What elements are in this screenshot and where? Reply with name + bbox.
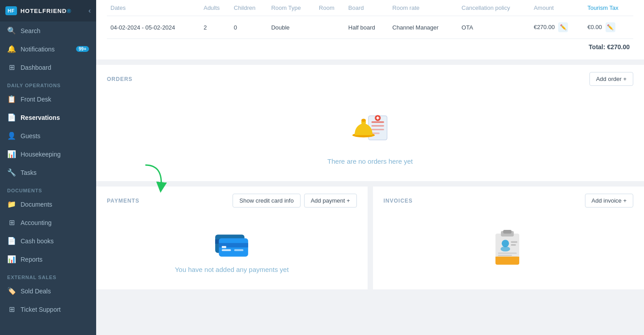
payments-panel: PAYMENTS Show credit card info Add payme…: [96, 187, 368, 289]
sidebar-item-guests[interactable]: 👤 Guests: [0, 127, 96, 145]
sidebar-item-label: Notifications: [21, 46, 55, 53]
invoices-empty-state: [384, 215, 634, 277]
cell-room-rate: Channel Manager: [389, 16, 458, 39]
sidebar-item-label: Ticket Support: [21, 306, 61, 313]
add-invoice-button[interactable]: Add invoice +: [585, 194, 633, 208]
svg-rect-11: [377, 117, 378, 120]
housekeeping-icon: 📊: [7, 150, 16, 158]
logo-area: HF HOTELFRIEND® ‹: [0, 0, 96, 21]
cell-cancellation-policy: OTA: [458, 16, 530, 39]
col-tourism-tax: Tourism Tax: [584, 0, 633, 16]
front-desk-icon: 📋: [7, 95, 16, 103]
total-value: €270.00: [607, 43, 630, 51]
cell-amount: €270.00 ✏️: [530, 16, 584, 39]
sidebar: HF HOTELFRIEND® ‹ 🔍 Search 🔔 Notificatio…: [0, 0, 96, 335]
sidebar-item-dashboard[interactable]: ⊞ Dashboard: [0, 58, 96, 76]
svg-rect-18: [234, 249, 243, 251]
payments-illustration: [212, 228, 252, 259]
sidebar-item-reservations[interactable]: 📄 Reservations: [0, 108, 96, 127]
col-adults: Adults: [200, 0, 230, 16]
cell-children: 0: [230, 16, 268, 39]
payments-buttons: Show credit card info Add payment +: [233, 194, 356, 208]
sidebar-item-label: Search: [21, 27, 40, 34]
sidebar-item-label: Dashboard: [21, 64, 51, 71]
payments-header: PAYMENTS Show credit card info Add payme…: [107, 194, 357, 208]
col-room-type: Room Type: [267, 0, 315, 16]
bottom-panels: PAYMENTS Show credit card info Add payme…: [96, 187, 644, 289]
invoices-buttons: Add invoice +: [585, 194, 633, 208]
total-row: Total: €270.00: [107, 39, 633, 52]
accounting-icon: ⊞: [7, 218, 16, 227]
bell-icon: 🔔: [7, 45, 16, 53]
sidebar-nav: 🔍 Search 🔔 Notifications 99+ ⊞ Dashboard…: [0, 21, 96, 335]
sidebar-item-sold-deals[interactable]: 🏷️ Sold Deals: [0, 282, 96, 300]
back-button[interactable]: ‹: [89, 7, 91, 15]
svg-rect-30: [498, 255, 512, 256]
col-room: Room: [315, 0, 345, 16]
invoices-illustration: [489, 228, 527, 268]
sidebar-item-accounting[interactable]: ⊞ Accounting: [0, 213, 96, 232]
svg-rect-22: [496, 257, 519, 259]
sidebar-item-label: Tasks: [21, 169, 37, 176]
col-amount: Amount: [530, 0, 584, 16]
reports-icon: 📊: [7, 255, 16, 263]
svg-rect-27: [511, 241, 517, 242]
col-dates: Dates: [107, 0, 200, 16]
svg-point-26: [501, 246, 510, 251]
svg-rect-17: [222, 249, 231, 251]
payments-empty-text: You have not added any payments yet: [175, 266, 289, 273]
orders-empty-state: There are no orders here yet: [107, 93, 633, 174]
invoices-panel: INVOICES Add invoice +: [373, 187, 644, 289]
cell-board: Half board: [345, 16, 389, 39]
sidebar-item-ticket-support[interactable]: ⊞ Ticket Support: [0, 300, 96, 318]
add-order-button[interactable]: Add order +: [589, 72, 633, 86]
col-cancellation-policy: Cancellation policy: [458, 0, 530, 16]
sidebar-item-documents[interactable]: 📁 Documents: [0, 195, 96, 213]
orders-illustration: [348, 106, 393, 151]
svg-rect-4: [371, 129, 384, 130]
orders-section: ORDERS Add order +: [96, 65, 644, 181]
section-documents: DOCUMENTS: [0, 182, 96, 195]
sidebar-item-label: Guests: [21, 132, 40, 140]
edit-amount-icon[interactable]: ✏️: [558, 22, 568, 32]
dashboard-icon: ⊞: [7, 63, 16, 72]
sidebar-item-notifications[interactable]: 🔔 Notifications 99+: [0, 40, 96, 58]
sidebar-item-cash-books[interactable]: 📄 Cash books: [0, 232, 96, 250]
svg-rect-5: [371, 132, 379, 134]
payments-empty-state: You have not added any payments yet: [107, 215, 357, 282]
sidebar-item-search[interactable]: 🔍 Search: [0, 21, 96, 40]
reservations-icon: 📄: [7, 113, 16, 122]
cell-adults: 2: [200, 16, 230, 39]
sidebar-item-housekeeping[interactable]: 📊 Housekeeping: [0, 145, 96, 163]
cell-tourism-tax: €0.00 ✏️: [584, 16, 633, 39]
sidebar-item-front-desk[interactable]: 📋 Front Desk: [0, 90, 96, 108]
sidebar-item-reports[interactable]: 📊 Reports: [0, 250, 96, 268]
ticket-support-icon: ⊞: [7, 305, 16, 314]
payments-title: PAYMENTS: [107, 198, 140, 204]
sidebar-item-tasks[interactable]: 🔧 Tasks: [0, 163, 96, 182]
orders-title: ORDERS: [107, 76, 132, 82]
edit-tax-icon[interactable]: ✏️: [606, 22, 615, 32]
add-payment-button[interactable]: Add payment +: [304, 194, 357, 208]
cell-dates: 04-02-2024 - 05-02-2024: [107, 16, 200, 39]
sold-deals-icon: 🏷️: [7, 287, 16, 295]
notifications-badge: 99+: [76, 46, 89, 52]
cell-room-type: Double: [267, 16, 315, 39]
cell-room: [315, 16, 345, 39]
orders-header: ORDERS Add order +: [107, 72, 633, 86]
sidebar-item-label: Accounting: [21, 219, 51, 226]
section-external-sales: EXTERNAL SALES: [0, 268, 96, 282]
show-credit-card-button[interactable]: Show credit card info: [233, 194, 300, 208]
sidebar-item-label: Sold Deals: [21, 288, 51, 295]
documents-icon: 📁: [7, 200, 16, 208]
svg-rect-3: [371, 125, 384, 127]
section-daily-ops: DAILY OPERATIONS: [0, 76, 96, 90]
col-room-rate: Room rate: [389, 0, 458, 16]
total-label: Total:: [589, 43, 605, 51]
sidebar-item-label: Front Desk: [21, 96, 51, 103]
logo-name: HOTELFRIEND®: [21, 8, 72, 14]
sidebar-item-label: Reservations: [21, 114, 60, 121]
main-content: Dates Adults Children Room Type Room Boa…: [96, 0, 644, 335]
reservation-table: Dates Adults Children Room Type Room Boa…: [107, 0, 633, 39]
invoices-title: INVOICES: [384, 198, 413, 204]
